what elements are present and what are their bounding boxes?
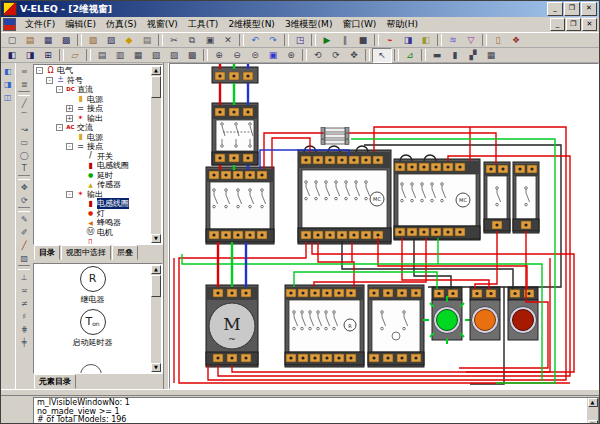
- tree-expander[interactable]: [76, 200, 83, 207]
- model-info[interactable]: ◨: [399, 34, 417, 47]
- tree-item-clipped[interactable]: [35, 237, 151, 244]
- viewport-5[interactable]: ▨: [165, 49, 183, 62]
- copy[interactable]: ⧉: [183, 34, 201, 47]
- mdi-minimize-button[interactable]: _: [550, 18, 565, 31]
- tile-horizontal[interactable]: ▬: [428, 49, 446, 62]
- tree-expander[interactable]: -: [46, 77, 53, 84]
- spin-view[interactable]: ⟳: [327, 49, 345, 62]
- run[interactable]: ▶: [318, 34, 336, 47]
- scroll-down-icon[interactable]: ▼: [151, 234, 161, 243]
- model-edit[interactable]: ◧: [417, 34, 435, 47]
- tree-item-ac-contact[interactable]: -接点: [35, 142, 151, 152]
- scroll-down-icon[interactable]: ▼: [588, 420, 598, 424]
- pan[interactable]: ✥: [345, 49, 363, 62]
- module-switch-2[interactable]: [513, 162, 539, 233]
- mdi-child-icon[interactable]: [3, 18, 16, 31]
- module-contactor-left[interactable]: [206, 167, 274, 244]
- menu-item[interactable]: 3维模型(M): [280, 17, 338, 32]
- dim-1[interactable]: ⊥: [18, 271, 31, 283]
- model-window[interactable]: ◳: [291, 34, 309, 47]
- tree-item-dc-output[interactable]: +输出: [35, 114, 151, 124]
- tree-item-electrical[interactable]: -电气: [35, 66, 151, 76]
- tree-expander[interactable]: -: [56, 86, 63, 93]
- scroll-thumb[interactable]: [151, 275, 161, 297]
- hatch-tool[interactable]: ▨: [18, 252, 31, 264]
- rotate-view[interactable]: ⟲: [309, 49, 327, 62]
- dim-5[interactable]: ⋕: [18, 323, 31, 335]
- view-quad[interactable]: ⊞: [39, 49, 57, 62]
- tree-item-switch[interactable]: 开关: [35, 152, 151, 162]
- viewport-2[interactable]: ▥: [111, 49, 129, 62]
- output-splitter[interactable]: [1, 389, 599, 396]
- schematic-canvas[interactable]: MC MC: [169, 63, 599, 389]
- scroll-up-icon[interactable]: ▲: [151, 265, 161, 274]
- text-tool[interactable]: T: [18, 162, 31, 174]
- tab-catalog[interactable]: 目录: [34, 245, 60, 260]
- tree-expander[interactable]: [76, 238, 83, 243]
- help-book[interactable]: ❖: [507, 34, 525, 47]
- menu-item[interactable]: 窗口(W): [337, 17, 381, 32]
- fuse-block[interactable]: [320, 126, 352, 148]
- tree-item-inductor-coil[interactable]: 电感线圈: [35, 199, 151, 209]
- new[interactable]: ▢: [3, 34, 21, 47]
- viewport-4[interactable]: ▧: [147, 49, 165, 62]
- fill-tool[interactable]: ✎: [18, 213, 31, 225]
- pen-tool[interactable]: ╱: [18, 239, 31, 251]
- paste[interactable]: ▣: [201, 34, 219, 47]
- menu-item[interactable]: 文件(F): [20, 17, 60, 32]
- module-timer[interactable]: [368, 285, 424, 367]
- pane-bottom[interactable]: ◫: [1, 91, 14, 103]
- select-pointer[interactable]: ↖: [372, 48, 392, 63]
- viewport-1[interactable]: ▤: [93, 49, 111, 62]
- print[interactable]: ▤: [138, 34, 156, 47]
- save[interactable]: ▦: [39, 34, 57, 47]
- zoom-window[interactable]: ▣: [264, 49, 282, 62]
- polyline-tool[interactable]: ↝: [18, 123, 31, 135]
- line-tool[interactable]: ╱: [18, 97, 31, 109]
- scroll-up-icon[interactable]: ▲: [151, 66, 161, 75]
- tree-item-symbols[interactable]: -符号: [35, 76, 151, 86]
- pane-right[interactable]: ◨: [1, 78, 14, 90]
- menu-item[interactable]: 视窗(V): [142, 17, 183, 32]
- delete[interactable]: ✕: [219, 34, 237, 47]
- zoom-out[interactable]: ⊖: [228, 49, 246, 62]
- tree-expander[interactable]: [76, 229, 83, 236]
- clipboard[interactable]: ▯: [489, 34, 507, 47]
- title-bar[interactable]: V-ELEQ - [2维视窗] _ ❐ ✕: [1, 1, 599, 17]
- library-scrollbar[interactable]: ▲ ▼: [151, 265, 161, 372]
- stop[interactable]: ■: [354, 34, 372, 47]
- tree-item-lamp[interactable]: 灯: [35, 209, 151, 219]
- viewport-6[interactable]: ▩: [183, 49, 201, 62]
- arc-tool[interactable]: ⌒: [18, 110, 31, 122]
- zoom-in[interactable]: ⊕: [210, 49, 228, 62]
- dim-4[interactable]: ♯: [18, 310, 31, 322]
- indicator-lamp-red[interactable]: [508, 287, 538, 340]
- library-item[interactable]: R 继电器: [80, 266, 106, 305]
- dim-2[interactable]: ≍: [18, 284, 31, 296]
- tree-expander[interactable]: [76, 162, 83, 169]
- module-relay[interactable]: R: [285, 285, 364, 367]
- tab-element-catalog[interactable]: 元素目录: [34, 374, 76, 389]
- tree-expander[interactable]: [76, 181, 83, 188]
- rotate-tool[interactable]: ⟳: [18, 194, 31, 206]
- tab-overlay[interactable]: 层叠: [112, 245, 138, 260]
- tree-expander[interactable]: -: [66, 143, 73, 150]
- tree-item-ac-output[interactable]: -输出: [35, 190, 151, 200]
- dim-3[interactable]: ≠: [18, 297, 31, 309]
- tree-expander[interactable]: +: [66, 115, 73, 122]
- module-switch-1[interactable]: [484, 162, 510, 233]
- dim-6[interactable]: ╪: [18, 336, 31, 348]
- render[interactable]: ◆: [120, 34, 138, 47]
- wire-link[interactable]: ⌁: [381, 34, 399, 47]
- export-model[interactable]: ▨: [102, 34, 120, 47]
- tree-expander[interactable]: [76, 210, 83, 217]
- view-split[interactable]: ◨: [21, 49, 39, 62]
- pane-left[interactable]: ◧: [1, 65, 14, 77]
- close-button[interactable]: ✕: [581, 2, 597, 16]
- menu-item[interactable]: 2维模型(N): [223, 17, 279, 32]
- tree-expander[interactable]: -: [66, 191, 73, 198]
- module-contactor-mc1[interactable]: MC: [298, 150, 391, 244]
- tree-expander[interactable]: [66, 134, 73, 141]
- mdi-close-button[interactable]: ✕: [582, 18, 597, 31]
- brush-tool[interactable]: ✐: [18, 226, 31, 238]
